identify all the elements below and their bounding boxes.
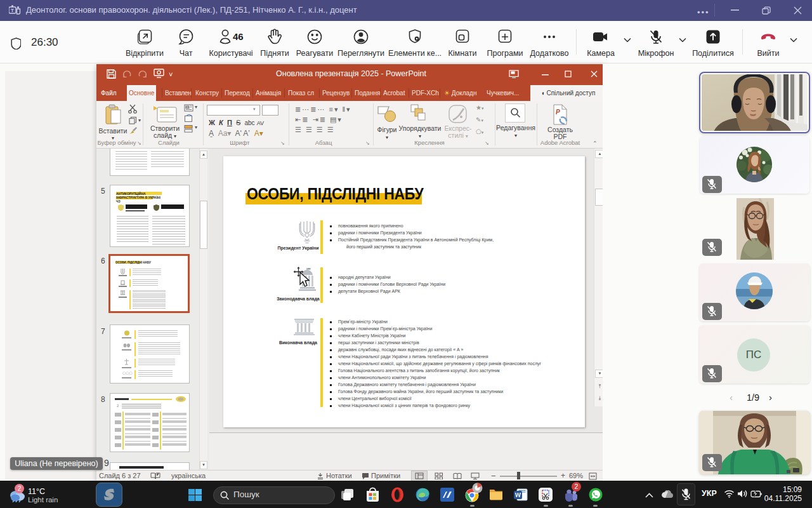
- svg-text:P: P: [556, 109, 560, 116]
- svg-text:46: 46: [233, 31, 244, 42]
- svg-text:T: T: [11, 8, 14, 13]
